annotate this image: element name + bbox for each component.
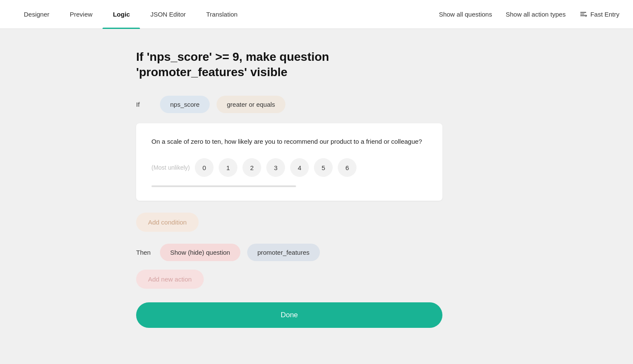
nps-circle-3[interactable]: 3 <box>266 158 285 177</box>
svg-rect-2 <box>580 15 585 16</box>
nps-circle-1[interactable]: 1 <box>219 158 237 177</box>
nav-tabs: Designer Preview Logic JSON Editor Trans… <box>14 0 439 29</box>
if-label: If <box>136 101 153 108</box>
rule-title: If 'nps_score' >= 9, make question 'prom… <box>136 49 434 80</box>
then-label: Then <box>136 249 153 256</box>
fast-entry-label: Fast Entry <box>590 11 619 18</box>
condition-row: If nps_score greater or equals <box>136 96 613 113</box>
nps-circle-6[interactable]: 6 <box>338 158 356 177</box>
tab-preview[interactable]: Preview <box>60 0 103 29</box>
target-question-pill[interactable]: promoter_features <box>247 244 320 261</box>
tab-designer[interactable]: Designer <box>14 0 60 29</box>
nps-circle-5[interactable]: 5 <box>314 158 333 177</box>
question-card: On a scale of zero to ten, how likely ar… <box>136 123 442 201</box>
fast-entry-button[interactable]: Fast Entry <box>579 10 619 19</box>
nps-circle-2[interactable]: 2 <box>242 158 261 177</box>
add-condition-button[interactable]: Add condition <box>136 213 199 232</box>
add-new-action-button[interactable]: Add new action <box>136 270 204 289</box>
nps-circle-0[interactable]: 0 <box>195 158 214 177</box>
nps-circle-4[interactable]: 4 <box>290 158 309 177</box>
question-text: On a scale of zero to ten, how likely ar… <box>151 137 427 147</box>
tab-translation[interactable]: Translation <box>196 0 248 29</box>
condition-operator-pill[interactable]: greater or equals <box>217 96 285 113</box>
done-button[interactable]: Done <box>136 302 442 328</box>
nav-right: Show all questions Show all action types… <box>439 10 619 19</box>
then-row: Then Show (hide) question promoter_featu… <box>136 244 613 261</box>
tab-json-editor[interactable]: JSON Editor <box>140 0 196 29</box>
nps-scrollbar <box>151 185 296 187</box>
show-all-action-types-button[interactable]: Show all action types <box>506 11 566 18</box>
show-all-questions-button[interactable]: Show all questions <box>439 11 492 18</box>
svg-rect-1 <box>580 14 585 14</box>
tab-logic[interactable]: Logic <box>103 0 140 29</box>
nps-scale: (Most unlikely) 0 1 2 3 4 5 6 <box>151 158 427 177</box>
svg-rect-0 <box>580 12 586 13</box>
main-content: If 'nps_score' >= 9, make question 'prom… <box>0 29 633 364</box>
condition-question-pill[interactable]: nps_score <box>160 96 210 113</box>
top-nav: Designer Preview Logic JSON Editor Trans… <box>0 0 633 29</box>
action-type-pill[interactable]: Show (hide) question <box>160 244 240 261</box>
nps-most-unlikely-label: (Most unlikely) <box>151 164 190 171</box>
fast-entry-icon <box>579 10 588 19</box>
